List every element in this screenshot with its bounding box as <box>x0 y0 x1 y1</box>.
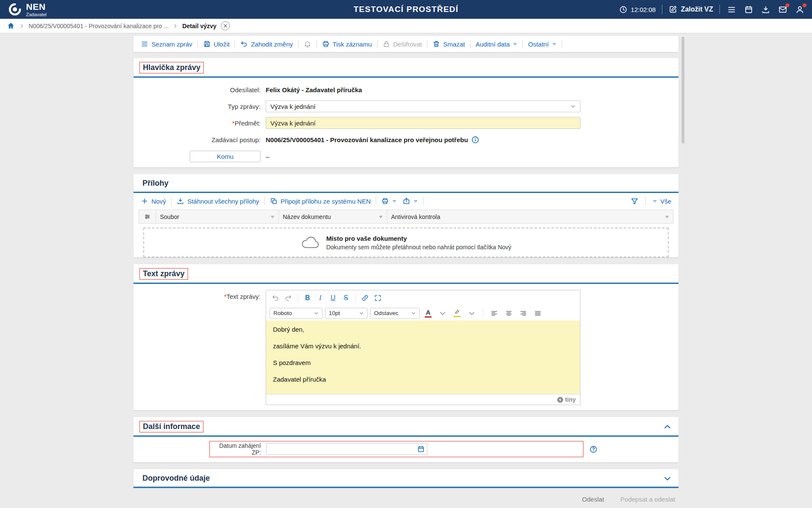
tinymce-brand[interactable]: tiny <box>557 396 576 403</box>
close-icon <box>223 23 228 28</box>
filter-caret-icon <box>379 215 383 219</box>
bold-button[interactable]: B <box>302 292 313 304</box>
underline-button[interactable]: U <box>327 292 339 304</box>
messages-button[interactable] <box>777 4 788 15</box>
delete-button[interactable]: Smazat <box>429 38 468 50</box>
recipients-button[interactable]: Komu <box>190 151 261 162</box>
fullscreen-button[interactable] <box>372 292 384 304</box>
message-text-body: *Text zprávy: B I U S <box>133 284 679 410</box>
audit-data-button[interactable]: Auditní data <box>473 39 520 50</box>
attach-from-nen-button[interactable]: Připojit přílohu ze systému NEN <box>267 196 374 207</box>
save-button[interactable]: Uložit <box>200 38 233 50</box>
user-button[interactable] <box>795 4 805 15</box>
align-center-icon <box>505 309 513 317</box>
align-left-button[interactable] <box>488 307 500 319</box>
italic-icon: I <box>319 294 321 302</box>
toolbar-separator <box>645 197 646 205</box>
breadcrumb: N006/25/V00005401 - Provozování kanaliza… <box>0 19 812 33</box>
recipients-value: – <box>266 153 269 160</box>
menu-button[interactable] <box>726 4 737 15</box>
scrollbar-thumb[interactable] <box>682 37 684 143</box>
message-text-section: Text zprávy *Text zprávy: B I U S <box>133 264 679 410</box>
message-list-button[interactable]: Seznam zpráv <box>138 38 195 50</box>
highlight-caret-button[interactable] <box>466 307 478 319</box>
send-button[interactable]: Odeslat <box>580 495 606 504</box>
filter-caret-icon <box>270 215 275 219</box>
block-format-select[interactable]: Odstavec <box>370 308 420 319</box>
column-header-file[interactable]: Soubor <box>156 210 279 223</box>
date-picker-button[interactable] <box>417 445 425 453</box>
subject-label: *Předmět: <box>139 120 266 127</box>
procedure-row: Zadávací postup: N006/25/V00005401 - Pro… <box>139 134 673 146</box>
message-text-row: *Text zprávy: B I U S <box>139 290 673 405</box>
strikethrough-button[interactable]: S <box>340 292 352 304</box>
align-center-button[interactable] <box>503 307 515 319</box>
brand-name: NEN <box>26 2 46 11</box>
editor-redo-button[interactable] <box>282 292 294 304</box>
bell-icon <box>304 40 311 48</box>
lock-icon <box>383 40 390 48</box>
cloud-icon <box>301 236 319 249</box>
editor-toolbar-row2: Roboto 10pt Odstavec <box>266 306 580 321</box>
text-color-caret-button[interactable] <box>437 307 449 319</box>
show-all-button[interactable]: Vše <box>650 196 674 207</box>
filter-icon <box>631 197 638 205</box>
question-icon <box>589 445 597 453</box>
highlight-color-button[interactable] <box>451 307 463 319</box>
current-time: 12:02:08 <box>631 6 655 13</box>
nen-brand[interactable]: NEN Zadavatel <box>8 2 46 17</box>
message-type-select[interactable]: Výzva k jednání <box>266 100 580 112</box>
other-button[interactable]: Ostatní <box>525 39 559 50</box>
downloads-button[interactable] <box>760 4 771 15</box>
create-vz-button[interactable]: Založit VZ <box>669 5 713 14</box>
start-date-help-button[interactable] <box>589 445 597 453</box>
toolbar-separator <box>562 40 562 48</box>
editor-separator <box>355 294 356 302</box>
filter-button[interactable] <box>628 196 641 207</box>
dropzone-subtitle: Dokumenty sem můžete přetáhnout nebo nah… <box>326 244 511 251</box>
close-tab-button[interactable] <box>221 21 230 30</box>
caret-down-icon <box>513 42 517 47</box>
download-all-button[interactable]: Stáhnout všechny přílohy <box>174 196 262 207</box>
sign-and-send-button[interactable]: Podepsat a odeslat <box>619 495 677 504</box>
print-attachments-button[interactable] <box>378 196 400 207</box>
editor-content[interactable]: Dobrý den, zasíláme Vám výzvu k jednání.… <box>266 321 580 394</box>
trash-icon <box>432 40 440 48</box>
sender-label: Odesílatel: <box>139 86 266 93</box>
calendar-button[interactable] <box>743 4 754 15</box>
collapse-section-button[interactable] <box>662 422 673 432</box>
expand-section-button[interactable] <box>662 473 673 484</box>
breadcrumb-procedure[interactable]: N006/25/V00005401 - Provozování kanaliza… <box>29 23 168 29</box>
text-color-button[interactable]: A <box>422 307 434 319</box>
message-text-label: *Text zprávy: <box>139 290 266 300</box>
font-size-select[interactable]: 10pt <box>325 308 368 319</box>
editor-paragraph: Dobrý den, <box>273 326 573 333</box>
decrypt-button[interactable]: Dešifrovat <box>380 38 425 50</box>
message-type-label: Typ zprávy: <box>139 103 266 110</box>
editor-undo-button[interactable] <box>270 292 281 304</box>
new-attachment-button[interactable]: Nový <box>138 196 169 207</box>
italic-button[interactable]: I <box>314 292 326 304</box>
discard-changes-button[interactable]: Zahodit změny <box>237 38 296 50</box>
print-record-button[interactable]: Tisk záznamu <box>319 38 375 50</box>
section-header: Další informace <box>133 417 679 437</box>
font-family-select[interactable]: Roboto <box>270 308 322 319</box>
procedure-info-button[interactable] <box>471 136 479 144</box>
column-header-document-name[interactable]: Název dokumentu <box>279 210 387 223</box>
rich-text-editor: B I U S Roboto <box>266 290 580 405</box>
notification-button[interactable] <box>301 38 314 50</box>
toolbar-separator <box>235 40 235 48</box>
start-date-input[interactable] <box>270 445 417 453</box>
home-button[interactable] <box>7 22 15 30</box>
column-header-antivirus[interactable]: Antivirová kontrola <box>387 210 673 223</box>
export-attachments-button[interactable] <box>400 196 421 207</box>
align-right-button[interactable] <box>517 307 529 319</box>
subject-input[interactable] <box>266 117 580 129</box>
align-justify-button[interactable] <box>532 307 544 319</box>
column-settings-header[interactable] <box>139 210 156 223</box>
topbar-actions: 12:02:08 Založit VZ <box>619 4 805 15</box>
attachments-dropzone[interactable]: Místo pro vaše dokumenty Dokumenty sem m… <box>143 228 669 257</box>
sender-row: Odesílatel: Felix Okátý - Zadavatel přír… <box>139 84 673 96</box>
link-button[interactable] <box>359 292 371 304</box>
footer-actions: Odeslat Podepsat a odeslat <box>133 495 679 504</box>
